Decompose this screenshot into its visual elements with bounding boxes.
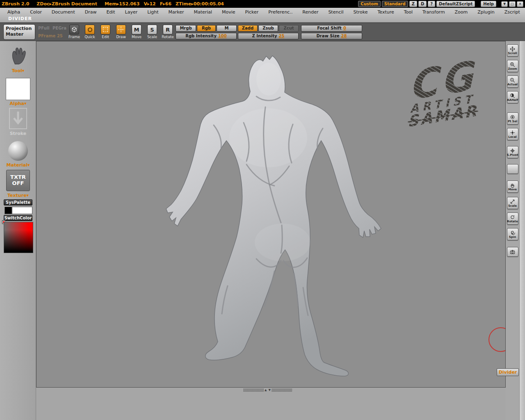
set-pivot-icon xyxy=(510,148,515,153)
right-panel-button-label: Move xyxy=(508,188,517,191)
snapshot-button[interactable] xyxy=(507,247,518,257)
minimize-icon[interactable]: ▼ xyxy=(501,1,508,7)
current-texture-preview[interactable]: TXTR OFF xyxy=(6,170,30,191)
menu-item-stroke[interactable]: Stroke xyxy=(354,9,368,15)
d-button[interactable]: D xyxy=(418,1,427,7)
texture-flyout-label[interactable]: Texture▼ xyxy=(0,193,36,198)
window-vertical-scrollbar[interactable] xyxy=(519,41,525,420)
ztime-readout: ZTime▸00:00:05.04 xyxy=(176,1,224,7)
secondary-color-swatch[interactable] xyxy=(5,207,12,214)
scroll-down-icon[interactable]: ▼ xyxy=(268,388,270,392)
projection-master-button[interactable]: Projection Master xyxy=(3,24,35,40)
move-mode-button[interactable]: M Move xyxy=(130,25,143,39)
scroll-up-icon[interactable]: ▲ xyxy=(265,388,267,392)
local-pivot-icon xyxy=(510,130,515,135)
primary-color-swatch[interactable] xyxy=(12,207,32,214)
canvas-scroll-widget[interactable]: ▲ ▼ xyxy=(243,388,292,392)
rotate-icon xyxy=(510,214,515,220)
close-icon[interactable]: × xyxy=(517,1,523,7)
local-button[interactable]: Local xyxy=(507,128,518,140)
spin-button[interactable]: Spin xyxy=(507,228,518,240)
menu-item-picker[interactable]: Picker xyxy=(245,9,259,15)
menu-item-layer[interactable]: Layer xyxy=(125,9,138,15)
color-gradient-picker[interactable] xyxy=(4,222,33,253)
custom-ui-button[interactable]: Custom xyxy=(358,1,380,7)
scroll-grip-left[interactable] xyxy=(243,388,264,392)
menu-item-zplugin[interactable]: Zplugin xyxy=(477,9,495,15)
menu-item-edit[interactable]: Edit xyxy=(106,9,115,15)
frame-button[interactable]: Frame xyxy=(68,25,80,39)
quick-button[interactable]: Quick xyxy=(84,25,96,39)
pegra-disabled: PEGra xyxy=(52,26,66,30)
zsub-button[interactable]: Zsub xyxy=(258,25,278,32)
menu-item-material[interactable]: Material xyxy=(194,9,212,15)
menu-item-alpha[interactable]: Alpha xyxy=(7,9,20,15)
current-tool-preview[interactable] xyxy=(7,43,29,68)
menu-item-light[interactable]: Light xyxy=(147,9,158,15)
rgb-intensity-slider[interactable]: Rgb Intensity100 xyxy=(176,33,237,39)
scroll-grip-right[interactable] xyxy=(272,388,292,392)
set-pivot-button[interactable]: S.Pivot xyxy=(507,146,518,158)
default-zscript-button[interactable]: DefaultZScript xyxy=(436,1,475,7)
material-flyout-label[interactable]: Material▼ xyxy=(0,162,36,168)
document-canvas[interactable]: CG ARTIST SAMAR xyxy=(36,41,506,388)
syspalette-button[interactable]: SysPalette xyxy=(4,199,32,205)
rotate-label: Rotate xyxy=(162,35,174,39)
menu-item-draw[interactable]: Draw xyxy=(85,9,97,15)
rotate-mode-button[interactable]: R Rotate xyxy=(162,25,174,39)
stroke-flyout-label: Stroke xyxy=(0,131,36,136)
current-alpha-preview[interactable] xyxy=(6,78,30,100)
standard-ui-button[interactable]: Standard xyxy=(382,1,408,7)
tool-flyout-label[interactable]: Tool▼ xyxy=(0,68,36,73)
current-material-preview[interactable] xyxy=(8,141,28,161)
menu-item-movie[interactable]: Movie xyxy=(222,9,235,15)
stroke-arrow-icon xyxy=(9,107,27,130)
aa-half-icon xyxy=(510,93,515,98)
scale-mode-button[interactable]: S Scale xyxy=(146,25,158,39)
actual-size-icon xyxy=(510,77,515,83)
menu-item-render[interactable]: Render xyxy=(302,9,318,15)
rgb-button[interactable]: Rgb xyxy=(197,25,216,32)
scale-letter-icon: S xyxy=(147,25,157,34)
edit-button[interactable]: Edit xyxy=(99,25,112,39)
restore-icon[interactable]: □ xyxy=(509,1,516,7)
zadd-button[interactable]: Zadd xyxy=(238,25,258,32)
menu-item-color[interactable]: Color xyxy=(30,9,42,15)
menu-item-zoom[interactable]: Zoom xyxy=(455,9,468,15)
focal-shift-slider[interactable]: Focal Shift0 xyxy=(301,25,362,32)
menu-item-document[interactable]: Document xyxy=(52,9,75,15)
rotate-button[interactable]: Rotate xyxy=(507,212,518,225)
menu-item-preferenc[interactable]: Preferenc.. xyxy=(268,9,292,15)
scale-button[interactable]: Scale xyxy=(507,197,518,209)
menu-item-transform[interactable]: Transform xyxy=(422,9,445,15)
blank-button[interactable] xyxy=(507,164,518,174)
divider-button[interactable]: Divider xyxy=(497,368,519,376)
app-title: ZBrush 2.0 xyxy=(2,1,29,7)
z-button[interactable]: Z xyxy=(409,1,417,7)
alpha-flyout-label[interactable]: Alpha▼ xyxy=(0,101,36,106)
menu-item-stencil[interactable]: Stencil xyxy=(328,9,343,15)
move-button[interactable]: Move xyxy=(507,180,518,193)
help-question-button[interactable]: ? xyxy=(428,1,435,7)
scale-label: Scale xyxy=(146,35,158,39)
switchcolor-button[interactable]: SwitchColor xyxy=(4,215,32,221)
scroll-button[interactable]: Scroll xyxy=(507,44,518,57)
spin-icon xyxy=(510,230,515,235)
aahalf-button[interactable]: AAHalf xyxy=(507,91,518,103)
top-toolbar: Projection Master PFull PEGra PFrame 25 … xyxy=(0,23,525,41)
help-button[interactable]: Help xyxy=(481,1,496,7)
menu-item-texture[interactable]: Texture xyxy=(377,9,394,15)
draw-crosshair-icon xyxy=(116,25,126,34)
m-button[interactable]: M xyxy=(217,25,237,32)
actual-button[interactable]: Actual xyxy=(507,75,518,88)
zoom-button[interactable]: Zoom xyxy=(507,60,518,72)
draw-button[interactable]: Draw xyxy=(115,25,127,39)
point-select-button[interactable]: Pt Sel xyxy=(507,112,518,125)
z-intensity-slider[interactable]: Z Intensity25 xyxy=(238,33,299,39)
menu-item-marker[interactable]: Marker xyxy=(169,9,184,15)
focal-shift-value: 0 xyxy=(343,26,346,30)
mrgb-button[interactable]: Mrgb xyxy=(176,25,196,32)
draw-size-slider[interactable]: Draw Size28 xyxy=(301,33,362,39)
menu-item-tool[interactable]: Tool xyxy=(404,9,413,15)
menu-item-zscript[interactable]: Zscript xyxy=(504,9,520,15)
